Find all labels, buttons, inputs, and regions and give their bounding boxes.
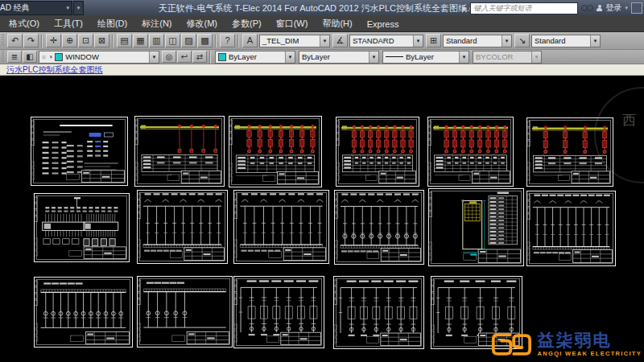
linetype-select[interactable]: ByLayer ▼ <box>299 51 379 64</box>
sign-in-link[interactable]: 登录 <box>605 2 621 14</box>
layer-on-icon[interactable]: ☼ <box>41 53 47 60</box>
layer-previous-button[interactable]: ↩ <box>177 51 192 63</box>
chevron-down-icon: ▼ <box>502 35 511 47</box>
exchange-apps-icon[interactable] <box>631 2 642 14</box>
plot-style-value: BYCOLOR <box>473 52 531 61</box>
sheet-01[interactable] <box>31 117 128 186</box>
menu-window[interactable]: 窗口(W) <box>269 16 316 31</box>
sheet-02[interactable] <box>134 116 225 187</box>
dim-style-select[interactable]: STANDARD ▼ <box>349 35 423 47</box>
quickcalc-button[interactable]: ▩ <box>197 34 213 47</box>
table-style-manager-button[interactable]: ⊞ <box>426 34 441 47</box>
sign-in-dropdown-icon[interactable]: ▾ <box>625 5 628 11</box>
layer-translate-button[interactable]: ⇄ <box>192 51 207 63</box>
mleader-style-value: Standard <box>532 36 590 45</box>
chevron-down-icon: ▼ <box>285 51 295 63</box>
color-swatch <box>218 53 226 61</box>
sheet-14[interactable] <box>137 276 233 348</box>
menu-tools[interactable]: 工具(T) <box>47 16 90 31</box>
text-style-select[interactable]: _TEL_DIM ▼ <box>259 35 330 47</box>
help-button[interactable]: ? <box>220 34 235 47</box>
layer-color-swatch <box>55 53 63 61</box>
make-object-layer-current-button[interactable]: ◎ <box>162 51 176 63</box>
infocenter-collapse-icon[interactable]: ▶ <box>462 5 467 12</box>
zoom-realtime-button[interactable]: ⊕ <box>62 34 77 47</box>
sheet-06[interactable] <box>526 117 613 187</box>
mleader-style-manager-button[interactable]: ↘ <box>514 34 530 47</box>
watermark-logo-icon <box>490 326 534 362</box>
viewcube-west-label[interactable]: 西 <box>622 111 636 130</box>
chevron-down-icon: ▼ <box>590 35 600 47</box>
sheet-15[interactable] <box>233 276 324 348</box>
infocenter: ▶ 登录 ▾ <box>462 2 644 14</box>
menu-parameters[interactable]: 参数(P) <box>225 16 269 31</box>
sheet-16[interactable] <box>333 276 424 349</box>
pan-button[interactable]: ✛ <box>46 34 61 47</box>
menu-format[interactable]: 格式(O) <box>2 16 47 31</box>
watermark: 益柒弱电 ANGQI WEAK ELECTRICITY <box>490 326 642 362</box>
search-icon[interactable] <box>581 5 593 11</box>
linetype-value: ByLayer <box>299 52 369 61</box>
markup-set-manager-button[interactable]: ▨ <box>181 34 196 47</box>
zoom-window-button[interactable]: ⊡ <box>78 34 93 47</box>
lineweight-select[interactable]: ByLayer ▼ <box>382 51 469 64</box>
chevron-down-icon: ▼ <box>531 51 541 63</box>
sheet-10[interactable] <box>334 190 424 265</box>
drawing-canvas[interactable]: 西 益柒弱电 ANGQI WEAK ELECTRICITY <box>0 76 644 362</box>
menu-modify[interactable]: 修改(M) <box>180 16 225 31</box>
sheet-12[interactable] <box>526 191 616 266</box>
sheet-08[interactable] <box>137 190 228 264</box>
user-icon <box>597 5 602 12</box>
layer-states-button[interactable]: ◧ <box>23 51 37 63</box>
sheet-04[interactable] <box>336 117 419 187</box>
color-select[interactable]: ByLayer ▼ <box>215 51 295 64</box>
sheet-09[interactable] <box>233 190 329 264</box>
redo-button[interactable]: ↷ <box>23 34 39 47</box>
sheet-05[interactable] <box>427 117 514 187</box>
chevron-down-icon: ▼ <box>459 51 469 63</box>
search-input[interactable] <box>470 2 578 14</box>
lineweight-value: ByLayer <box>403 52 459 61</box>
tool-palettes-button[interactable]: ▥ <box>149 34 164 47</box>
workspace-switcher[interactable]: AD 经典 ▾ <box>0 1 72 15</box>
layers-toolbar: ≣◧ ☼ ◑ WINDOW ▼ ◎↩⇄ ByLayer ▼ ByLayer ▼ … <box>0 50 644 64</box>
toolbar-grip[interactable] <box>2 51 4 63</box>
sheet-13[interactable] <box>34 277 133 348</box>
lineweight-preview-icon <box>386 56 403 57</box>
layer-select[interactable]: ☼ ◑ WINDOW ▼ <box>39 51 159 64</box>
standard-toolbar: ↶↷✛⊕⊡⊠▤▦▥◫▨▩? A _TEL_DIM ▼ ∡ STANDARD ▼ … <box>0 32 644 50</box>
dim-style-manager-button[interactable]: ∡ <box>332 34 348 47</box>
layer-properties-button[interactable]: ≣ <box>7 51 22 63</box>
undo-button[interactable]: ↶ <box>7 34 23 47</box>
menu-dimension[interactable]: 标注(N) <box>134 16 179 31</box>
menu-draw[interactable]: 绘图(D) <box>90 16 134 31</box>
text-style-value: _TEL_DIM <box>260 36 320 45</box>
toolbar-grip[interactable] <box>2 35 4 47</box>
toolbar-overflow-button[interactable]: ▾ <box>73 1 84 15</box>
properties-palette-button[interactable]: ▤ <box>117 34 132 47</box>
dim-style-value: STANDARD <box>350 36 413 45</box>
designcenter-button[interactable]: ▦ <box>133 34 148 47</box>
chevron-down-icon: ▾ <box>66 5 69 11</box>
color-value: ByLayer <box>226 52 285 61</box>
title-bar: AD 经典 ▾ ▾ 天正软件-电气系统 T-Elec 2014 For Auto… <box>0 0 644 16</box>
menu-express[interactable]: Express <box>360 18 407 31</box>
watermark-en-text: ANGQI WEAK ELECTRICITY <box>538 350 642 357</box>
chevron-down-icon: ▼ <box>413 35 423 47</box>
sheet-11[interactable] <box>428 188 524 266</box>
menu-help[interactable]: 帮助(H) <box>315 16 359 31</box>
layer-lock-icon[interactable]: ◑ <box>48 53 52 60</box>
file-tab[interactable]: 污水PLC控制系统全套图纸 <box>6 66 102 74</box>
table-style-select[interactable]: Standard ▼ <box>443 35 512 47</box>
plot-style-select: BYCOLOR ▼ <box>473 51 542 64</box>
sheet-set-manager-button[interactable]: ◫ <box>165 34 180 47</box>
mleader-style-select[interactable]: Standard ▼ <box>531 35 601 47</box>
sheet-03[interactable] <box>229 116 322 187</box>
zoom-previous-button[interactable]: ⊠ <box>94 34 109 47</box>
application-window: AD 经典 ▾ ▾ 天正软件-电气系统 T-Elec 2014 For Auto… <box>0 0 644 362</box>
sheet-07[interactable] <box>34 193 130 262</box>
current-layer-value: WINDOW <box>63 52 149 61</box>
file-tab-bar: 污水PLC控制系统全套图纸 <box>0 64 644 76</box>
text-style-manager-button[interactable]: A <box>242 34 258 47</box>
workspace-label: AD 经典 <box>0 2 30 14</box>
